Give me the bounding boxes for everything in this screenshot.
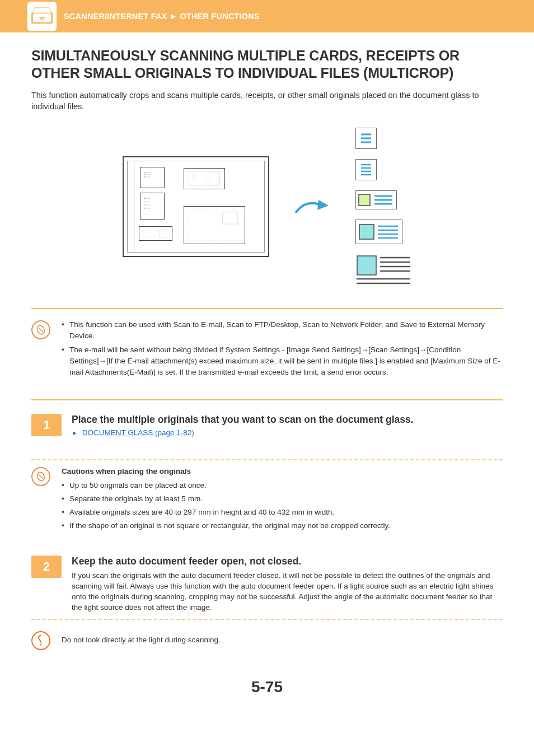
- page-number: 5-75: [31, 678, 503, 696]
- svg-point-27: [190, 174, 190, 174]
- section-divider: [31, 308, 503, 309]
- caution-item: Separate the originals by at least 5 mm.: [62, 493, 390, 505]
- dashed-separator: [31, 619, 503, 620]
- cautions-heading: Cautions when placing the originals: [62, 466, 390, 477]
- svg-point-18: [144, 204, 146, 206]
- svg-point-17: [148, 202, 149, 203]
- info-note-block: This function can be used with Scan to E…: [31, 315, 503, 387]
- note-icon: [31, 320, 50, 339]
- svg-point-29: [194, 174, 194, 174]
- svg-point-9: [144, 176, 146, 178]
- multicrop-diagram: [31, 128, 503, 286]
- svg-point-33: [194, 176, 194, 176]
- step-1: 1 Place the multiple originals that you …: [31, 414, 503, 437]
- svg-point-7: [147, 174, 148, 175]
- cautions-block: Cautions when placing the originals Up t…: [31, 466, 503, 538]
- svg-rect-40: [188, 210, 241, 240]
- page-title: SIMULTANEOUSLY SCANNING MULTIPLE CARDS, …: [31, 47, 503, 81]
- link-triangle-icon: ►: [72, 430, 78, 436]
- svg-point-8: [148, 174, 149, 175]
- document-glass-link[interactable]: DOCUMENT GLASS (page 1-82): [82, 428, 194, 437]
- breadcrumb-page[interactable]: OTHER FUNCTIONS: [180, 12, 260, 21]
- note-icon: [31, 467, 50, 486]
- svg-rect-50: [359, 194, 370, 206]
- document-glass-illustration: [123, 156, 269, 257]
- arrow-icon: [293, 195, 332, 218]
- svg-point-35: [190, 178, 190, 179]
- svg-point-19: [147, 204, 148, 206]
- breadcrumb-section[interactable]: SCANNER/INTERNET FAX: [64, 12, 167, 21]
- svg-point-10: [147, 176, 148, 178]
- svg-point-12: [144, 198, 146, 199]
- svg-line-67: [39, 328, 43, 332]
- svg-point-22: [147, 208, 148, 209]
- caution-item: Up to 50 originals can be placed at once…: [62, 480, 390, 491]
- header-category-icon-box: [27, 1, 57, 31]
- svg-point-31: [190, 176, 190, 176]
- svg-point-23: [148, 208, 149, 209]
- page-header: SCANNER/INTERNET FAX ► OTHER FUNCTIONS: [0, 0, 534, 32]
- svg-point-13: [147, 198, 148, 199]
- svg-point-38: [196, 178, 196, 179]
- svg-rect-24: [143, 230, 158, 237]
- svg-marker-2: [32, 8, 51, 13]
- intro-text: This function automatically crops and sc…: [31, 90, 503, 112]
- svg-point-21: [144, 208, 146, 209]
- caution-item: Available originals sizes are 40 to 297 …: [62, 507, 390, 518]
- svg-point-32: [192, 176, 193, 176]
- svg-point-4: [147, 172, 148, 174]
- output-files-illustration: [355, 128, 411, 286]
- svg-point-20: [148, 204, 149, 206]
- step-1-title: Place the multiple originals that you wa…: [72, 414, 414, 426]
- step-2: 2 Keep the auto document feeder open, no…: [31, 556, 503, 613]
- svg-point-15: [144, 202, 146, 203]
- step-2-body: If you scan the originals with the auto …: [72, 571, 503, 613]
- info-bullet: The e-mail will be sent without being di…: [62, 344, 503, 379]
- caution-item: If the shape of an original is not squar…: [62, 520, 390, 531]
- svg-point-30: [196, 174, 196, 174]
- svg-point-5: [148, 172, 149, 174]
- svg-point-6: [144, 174, 146, 175]
- svg-point-11: [148, 176, 149, 178]
- step-number-badge: 1: [31, 414, 62, 436]
- info-bullet: This function can be used with Scan to E…: [62, 319, 503, 342]
- svg-line-69: [39, 474, 43, 479]
- step-number-badge: 2: [31, 556, 62, 578]
- scanner-fax-icon: [31, 6, 53, 27]
- warning-text: Do not look directly at the light during…: [62, 636, 221, 644]
- svg-point-3: [144, 172, 146, 174]
- svg-point-34: [196, 176, 196, 176]
- svg-rect-41: [223, 212, 238, 224]
- svg-rect-59: [357, 256, 376, 275]
- dashed-separator: [31, 459, 503, 460]
- svg-point-36: [192, 178, 193, 179]
- svg-point-28: [192, 174, 193, 174]
- breadcrumb-separator: ►: [170, 12, 178, 21]
- warning-block: Do not look directly at the light during…: [31, 628, 503, 656]
- svg-rect-39: [209, 172, 220, 186]
- svg-point-16: [147, 202, 148, 203]
- svg-rect-26: [188, 172, 207, 186]
- warning-icon: [31, 631, 50, 650]
- section-divider: [31, 399, 503, 400]
- svg-point-14: [148, 198, 149, 199]
- svg-rect-54: [359, 225, 374, 239]
- breadcrumb: SCANNER/INTERNET FAX ► OTHER FUNCTIONS: [64, 12, 260, 21]
- step-2-title: Keep the auto document feeder open, not …: [72, 556, 503, 568]
- svg-rect-25: [160, 230, 167, 237]
- svg-point-37: [194, 178, 194, 179]
- svg-point-70: [40, 643, 41, 645]
- svg-marker-42: [317, 200, 329, 210]
